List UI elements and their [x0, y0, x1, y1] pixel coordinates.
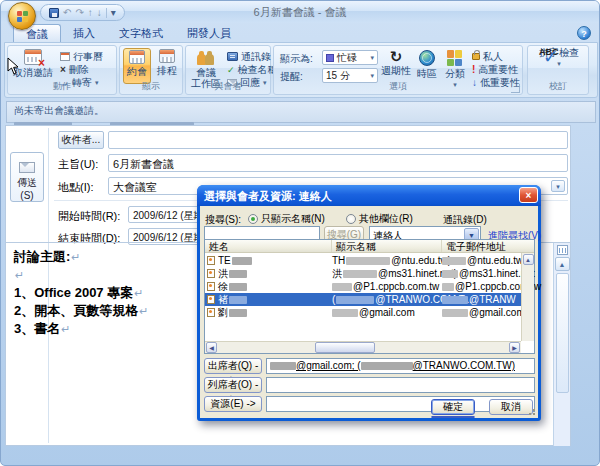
contact-row[interactable]: 劉 @gmail.com @gmail.com	[205, 306, 521, 319]
people-icon	[196, 49, 216, 65]
contact-row[interactable]: 洪 洪@ms31.hinet.net) @ms31.hinet.net	[205, 267, 521, 280]
scroll-thumb[interactable]	[556, 273, 569, 393]
dialog-close-icon[interactable]: ×	[519, 187, 538, 203]
group-label-options: 選項	[274, 80, 522, 93]
to-button[interactable]: 收件者...	[58, 131, 104, 149]
ribbon: × 取消邀請 行事曆 ×刪除 →轉寄▾ 動作 約會 排程 顯示 會議	[4, 42, 598, 98]
save-icon[interactable]	[49, 8, 59, 18]
previous-item-icon[interactable]: ↑	[88, 8, 93, 18]
info-bar: 尚未寄出會議邀請。	[6, 101, 596, 123]
group-label-attendees: 與會者	[186, 80, 270, 93]
to-field[interactable]	[108, 131, 568, 149]
undo-icon[interactable]: ↶	[63, 8, 71, 18]
calendar-button[interactable]: 行事曆	[60, 50, 103, 63]
search-label: 搜尋(S):	[205, 213, 241, 227]
busy-status-icon	[326, 54, 334, 62]
tab-insert[interactable]: 插入	[61, 24, 107, 42]
subject-label: 主旨(U):	[58, 157, 98, 172]
list-vertical-scrollbar[interactable]: ▲	[521, 253, 534, 341]
ruler-toggle-icon[interactable]	[557, 245, 568, 255]
qat-menu-icon[interactable]: ▾	[106, 8, 116, 18]
tab-developer[interactable]: 開發人員	[175, 24, 243, 42]
scroll-left-icon[interactable]: ◀	[206, 342, 217, 353]
contact-row-selected[interactable]: 褚 (@TRANWO.COM.T... @TRANW	[205, 293, 521, 306]
delete-x-icon: ×	[60, 64, 66, 75]
radio-on-icon	[248, 214, 258, 224]
categories-icon	[447, 50, 463, 66]
check-icon: ✓	[227, 65, 235, 75]
tab-format-text[interactable]: 文字格式	[107, 24, 175, 42]
contact-row[interactable]: TE TH@ntu.edu.tw) @ntu.edu.tw	[205, 254, 521, 267]
group-label-show: 顯示	[120, 80, 182, 93]
required-attendee-button[interactable]: 出席者(Q) ->	[204, 358, 262, 374]
contact-card-icon	[207, 282, 215, 291]
private-button[interactable]: 私人	[472, 50, 503, 63]
select-attendees-dialog: 選擇與會者及資源: 連絡人 × 搜尋(S): 只顯示名稱(N) 其他欄位(R) …	[197, 185, 541, 421]
ok-button[interactable]: 確定	[431, 399, 475, 415]
redo-icon[interactable]: ↷	[75, 8, 83, 18]
radio-more-columns[interactable]: 其他欄位(R)	[346, 212, 413, 226]
body-scrollbar[interactable]: ▲	[553, 243, 570, 446]
start-time-label: 開始時間(R):	[58, 209, 120, 224]
globe-icon	[419, 50, 435, 66]
show-as-combo[interactable]: 忙碌▾	[322, 50, 378, 65]
column-email[interactable]: 電子郵件地址	[442, 240, 534, 252]
outlook-meeting-window: 6月新書會議 - 會議 ↶ ↷ ↑ ↓ ▾ – □ × 會議 插入 文字格式 開…	[0, 0, 600, 466]
list-horizontal-scrollbar[interactable]: ◀ ▶	[205, 341, 521, 353]
appointment-icon	[129, 50, 145, 64]
scroll-up-icon[interactable]: ▲	[555, 257, 570, 271]
time-zones-button[interactable]: 時區	[414, 49, 440, 79]
scroll-thumb[interactable]	[315, 342, 375, 353]
dialog-title-bar[interactable]: 選擇與會者及資源: 連絡人 ×	[197, 185, 541, 206]
scroll-right-icon[interactable]: ▶	[509, 342, 520, 353]
group-label-actions: 動作	[8, 80, 116, 93]
contact-card-icon	[207, 269, 215, 278]
radio-off-icon	[346, 214, 356, 224]
required-field[interactable]: @gmail.com; (@TRANWO.COM.TW)	[266, 358, 535, 374]
check-names-button[interactable]: ✓檢查名稱	[227, 63, 278, 76]
dialog-launcher-icon[interactable]	[511, 84, 520, 93]
window-title: 6月新書會議 - 會議	[101, 5, 499, 20]
recurrence-icon: ↻	[380, 49, 412, 65]
address-book-button[interactable]: 通訊錄	[227, 50, 271, 63]
group-label-proofing: 校訂	[528, 80, 588, 93]
contact-list: 姓名 顯示名稱 電子郵件地址 TE TH@ntu.edu.tw) @ntu.ed…	[204, 239, 535, 354]
contact-card-icon	[207, 308, 215, 317]
optional-attendee-button[interactable]: 列席者(O) ->	[204, 377, 262, 393]
scroll-up-icon[interactable]: ▲	[523, 254, 534, 265]
send-envelope-icon	[19, 162, 35, 173]
show-as-label: 顯示為:	[280, 52, 313, 66]
high-importance-button[interactable]: !高重要性	[472, 63, 518, 76]
spelling-button[interactable]: ABC✓ 拼字檢查 ▾	[534, 47, 584, 69]
address-book-icon	[227, 52, 238, 61]
contact-row[interactable]: 徐 @P1.cppcb.com.tw @P1.cppcb.com.tw	[205, 280, 521, 293]
appointment-button[interactable]: 約會	[123, 48, 151, 84]
group-options: 顯示為: 忙碌▾ 提醒: 15 分▾ ↻ 週期性 時區 分類 ▾ 私人	[273, 45, 523, 95]
info-message: 尚未寄出會議邀請。	[14, 104, 588, 118]
optional-field[interactable]	[266, 377, 535, 393]
lock-icon	[472, 53, 480, 60]
resize-grip[interactable]	[526, 406, 536, 416]
quick-access-toolbar: ↶ ↷ ↑ ↓ ▾	[40, 4, 125, 21]
resources-button[interactable]: 資源(E) ->	[204, 396, 262, 412]
scheduling-icon	[159, 49, 175, 63]
help-icon[interactable]: ?	[577, 26, 591, 40]
contact-card-icon	[207, 256, 215, 265]
column-display-name[interactable]: 顯示名稱	[332, 240, 442, 252]
send-button[interactable]: 傳送(S)	[10, 152, 44, 202]
subject-field[interactable]: 6月新書會議	[108, 154, 568, 172]
group-proofing: ABC✓ 拼字檢查 ▾ 校訂	[527, 45, 589, 95]
radio-names-only[interactable]: 只顯示名稱(N)	[248, 212, 325, 226]
group-show: 約會 排程 顯示	[119, 45, 183, 95]
mouse-cursor	[7, 57, 19, 75]
next-item-icon[interactable]: ↓	[97, 8, 102, 18]
office-logo-icon	[17, 11, 28, 22]
contact-card-icon	[207, 295, 215, 304]
office-button[interactable]	[8, 2, 36, 30]
scheduling-button[interactable]: 排程	[153, 48, 181, 84]
column-name[interactable]: 姓名	[205, 240, 332, 252]
address-book-label: 通訊錄(D)	[443, 213, 487, 227]
delete-button[interactable]: ×刪除	[60, 63, 89, 76]
location-dropdown-icon[interactable]: ▾	[551, 180, 565, 192]
recurrence-button[interactable]: ↻ 週期性	[380, 49, 412, 76]
